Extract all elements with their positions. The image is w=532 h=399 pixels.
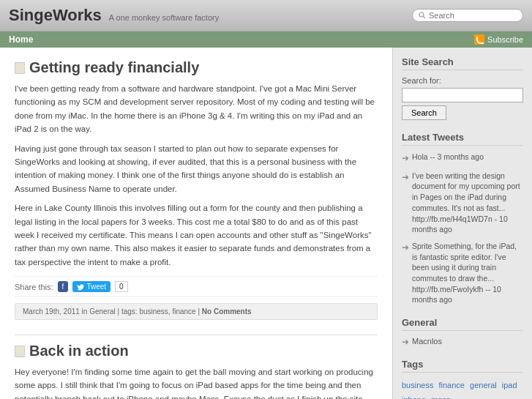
site-header: SingeWorks A one monkey software factory <box>0 0 532 31</box>
post-icon-1 <box>15 62 25 74</box>
search-input[interactable] <box>429 11 517 20</box>
tag-link-finance[interactable]: finance <box>438 381 464 389</box>
post-comments-link-1[interactable]: No Comments <box>202 307 252 316</box>
tweet-text-2: I've been writing the design document fo… <box>412 171 523 235</box>
post-title-2: Back in action <box>29 343 129 359</box>
general-item-1: ➜ Macnlos <box>402 337 523 347</box>
tweet-item-3: ➜ Sprite Something, for the iPad, is fan… <box>402 241 523 305</box>
tweet-item-1: ➜ Hola -- 3 months ago <box>402 152 523 165</box>
post-para-2-1: Hey everyone! I'm finding some time agai… <box>15 365 378 399</box>
tweet-item-2: ➜ I've been writing the design document … <box>402 171 523 235</box>
content-area: Getting ready financially I've been gett… <box>0 48 393 399</box>
sidebar-general: General ➜ Macnlos <box>402 317 523 347</box>
search-for-label: Search for: <box>402 76 523 85</box>
tag-link-ipad[interactable]: ipad <box>502 381 517 389</box>
facebook-button-1[interactable]: f <box>58 281 69 292</box>
post-para-1-2: Having just gone through tax season I st… <box>15 142 378 196</box>
sidebar-search-button[interactable]: Search <box>402 105 446 120</box>
tweet-text-3: Sprite Something, for the iPad, is fanta… <box>412 241 523 305</box>
general-link-1[interactable]: Macnlos <box>412 337 442 347</box>
subscribe-label: Subscribe <box>487 35 523 44</box>
tag-link-iphone[interactable]: iphone <box>402 395 426 399</box>
post-para-1-1: I've been getting ready from a software … <box>15 82 378 136</box>
sidebar-general-title: General <box>402 317 523 331</box>
sidebar: Site Search Search for: Search Latest Tw… <box>393 48 532 399</box>
sidebar-tags: Tags business finance general ipad iphon… <box>402 359 523 399</box>
tag-link-general[interactable]: general <box>470 381 497 389</box>
sidebar-tags-title: Tags <box>402 359 523 373</box>
post-title-1: Getting ready financially <box>29 59 199 76</box>
sidebar-site-search: Site Search Search for: Search <box>402 56 523 120</box>
main-layout: Getting ready financially I've been gett… <box>0 48 532 399</box>
post-category-link-1[interactable]: General <box>89 307 116 316</box>
tweet-arrow-icon-1: ➜ <box>402 152 409 165</box>
header-search-box[interactable] <box>412 9 523 22</box>
share-label-1: Share this: <box>15 283 53 291</box>
post-date-1: March 19th, 2011 in <box>23 307 87 316</box>
twitter-bird-icon <box>77 283 84 291</box>
post-meta-1: March 19th, 2011 in General | tags: busi… <box>15 303 378 320</box>
nav-subscribe-link[interactable]: Subscribe <box>474 34 523 45</box>
sidebar-tweets-title: Latest Tweets <box>402 132 523 146</box>
post-title-row-1: Getting ready financially <box>15 59 378 76</box>
sidebar-latest-tweets: Latest Tweets ➜ Hola -- 3 months ago ➜ I… <box>402 132 523 305</box>
nav-home-link[interactable]: Home <box>9 34 33 45</box>
post-title-row-2: Back in action <box>15 343 378 359</box>
post-tags-1: business, finance <box>139 307 195 316</box>
site-title: SingeWorks <box>9 6 102 25</box>
post-1: Getting ready financially I've been gett… <box>15 59 378 320</box>
tweet-button-1[interactable]: Tweet <box>72 281 110 292</box>
rss-icon <box>474 34 484 45</box>
header-left: SingeWorks A one monkey software factory <box>9 6 219 25</box>
post-icon-2 <box>15 346 25 357</box>
svg-point-0 <box>419 12 424 17</box>
share-bar-1: Share this: f Tweet 0 <box>15 276 378 297</box>
tag-link-macs[interactable]: macs <box>431 395 450 399</box>
tweet-arrow-icon-2: ➜ <box>402 171 409 235</box>
post-divider <box>15 335 378 335</box>
post-2: Back in action Hey everyone! I'm finding… <box>15 343 378 399</box>
gen-arrow-icon-1: ➜ <box>402 337 409 347</box>
tweet-arrow-icon-3: ➜ <box>402 242 409 305</box>
site-tagline: A one monkey software factory <box>109 13 219 22</box>
tags-list: business finance general ipad iphone mac… <box>402 379 523 399</box>
tweet-text-1: Hola -- 3 months ago <box>412 152 484 165</box>
search-icon <box>419 12 426 19</box>
post-body-2: Hey everyone! I'm finding some time agai… <box>15 365 378 399</box>
sidebar-search-input[interactable] <box>402 88 523 102</box>
tag-link-business[interactable]: business <box>402 381 433 389</box>
tweet-count-1: 0 <box>115 281 128 292</box>
sidebar-site-search-title: Site Search <box>402 56 523 70</box>
nav-bar: Home Subscribe <box>0 31 532 48</box>
post-para-1-3: Here in Lake County Illinois this involv… <box>15 201 378 269</box>
post-body-1: I've been getting ready from a software … <box>15 82 378 269</box>
svg-line-1 <box>424 17 426 19</box>
